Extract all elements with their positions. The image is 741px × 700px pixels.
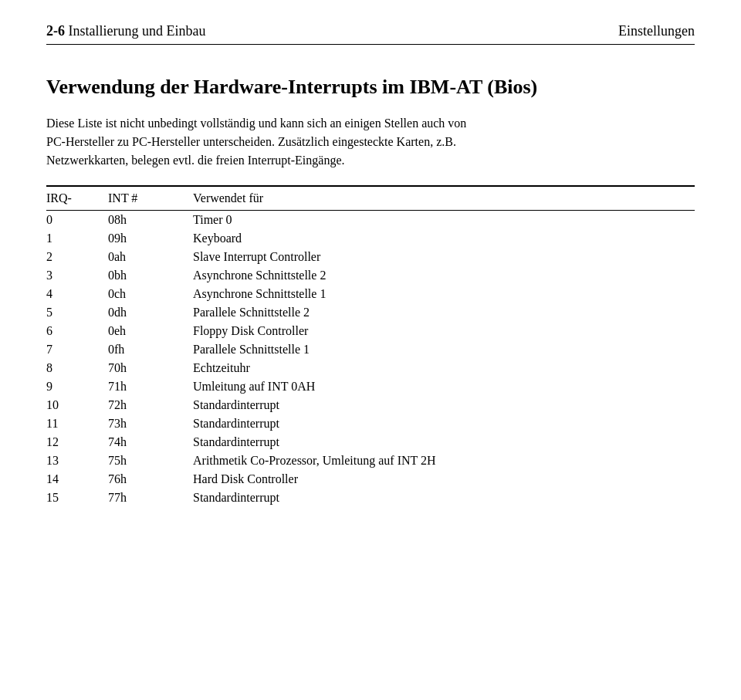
page-container: 2-6 Installierung und Einbau Einstellung… [0, 0, 741, 700]
cell-irq: 12 [46, 433, 108, 451]
cell-int: 70h [108, 359, 193, 377]
cell-used-for: Asynchrone Schnittstelle 2 [193, 266, 695, 285]
cell-int: 0fh [108, 340, 193, 359]
irq-table-section: IRQ- INT # Verwendet für 008hTimer 0109h… [46, 185, 695, 507]
cell-int: 76h [108, 470, 193, 489]
cell-int: 0dh [108, 303, 193, 322]
page-title: Verwendung der Hardware-Interrupts im IB… [46, 76, 695, 99]
cell-irq: 9 [46, 377, 108, 396]
table-row: 008hTimer 0 [46, 211, 695, 230]
cell-int: 74h [108, 433, 193, 451]
cell-used-for: Umleitung auf INT 0AH [193, 377, 695, 396]
cell-used-for: Timer 0 [193, 211, 695, 230]
cell-irq: 6 [46, 322, 108, 340]
cell-irq: 3 [46, 266, 108, 285]
cell-used-for: Parallele Schnittstelle 2 [193, 303, 695, 322]
col-header-int: INT # [108, 186, 193, 211]
table-row: 60ehFloppy Disk Controller [46, 322, 695, 340]
cell-used-for: Arithmetik Co-Prozessor, Umleitung auf I… [193, 451, 695, 470]
col-header-used: Verwendet für [193, 186, 695, 211]
cell-used-for: Hard Disk Controller [193, 470, 695, 489]
cell-used-for: Standardinterrupt [193, 396, 695, 414]
header-subtitle-text: Installierung und Einbau [69, 23, 206, 39]
col-header-irq: IRQ- [46, 186, 108, 211]
cell-irq: 5 [46, 303, 108, 322]
intro-paragraph: Diese Liste ist nicht unbedingt vollstän… [46, 114, 695, 170]
cell-irq: 8 [46, 359, 108, 377]
table-row: 1375hArithmetik Co-Prozessor, Umleitung … [46, 451, 695, 470]
cell-irq: 13 [46, 451, 108, 470]
table-row: 971hUmleitung auf INT 0AH [46, 377, 695, 396]
table-row: 870hEchtzeituhr [46, 359, 695, 377]
cell-int: 08h [108, 211, 193, 230]
table-row: 40chAsynchrone Schnittstelle 1 [46, 285, 695, 303]
table-row: 20ahSlave Interrupt Controller [46, 248, 695, 266]
cell-int: 71h [108, 377, 193, 396]
chapter-number: 2-6 [46, 23, 65, 39]
cell-int: 75h [108, 451, 193, 470]
table-header-row: IRQ- INT # Verwendet für [46, 186, 695, 211]
intro-line3: Netzwerkkarten, belegen evtl. die freien… [46, 154, 344, 167]
cell-irq: 4 [46, 285, 108, 303]
cell-used-for: Standardinterrupt [193, 489, 695, 507]
cell-int: 09h [108, 229, 193, 248]
cell-used-for: Echtzeituhr [193, 359, 695, 377]
cell-int: 73h [108, 414, 193, 433]
cell-irq: 0 [46, 211, 108, 230]
cell-int: 0bh [108, 266, 193, 285]
table-row: 109hKeyboard [46, 229, 695, 248]
cell-irq: 15 [46, 489, 108, 507]
table-row: 1274hStandardinterrupt [46, 433, 695, 451]
cell-int: 0eh [108, 322, 193, 340]
cell-int: 72h [108, 396, 193, 414]
table-row: 1173hStandardinterrupt [46, 414, 695, 433]
cell-irq: 2 [46, 248, 108, 266]
cell-int: 0ch [108, 285, 193, 303]
cell-used-for: Floppy Disk Controller [193, 322, 695, 340]
cell-used-for: Asynchrone Schnittstelle 1 [193, 285, 695, 303]
cell-used-for: Keyboard [193, 229, 695, 248]
cell-used-for: Standardinterrupt [193, 433, 695, 451]
cell-used-for: Slave Interrupt Controller [193, 248, 695, 266]
cell-irq: 10 [46, 396, 108, 414]
cell-int: 0ah [108, 248, 193, 266]
cell-used-for: Parallele Schnittstelle 1 [193, 340, 695, 359]
header-left: 2-6 Installierung und Einbau [46, 23, 205, 39]
table-row: 50dhParallele Schnittstelle 2 [46, 303, 695, 322]
table-row: 1577hStandardinterrupt [46, 489, 695, 507]
cell-irq: 7 [46, 340, 108, 359]
table-row: 1072hStandardinterrupt [46, 396, 695, 414]
table-row: 30bhAsynchrone Schnittstelle 2 [46, 266, 695, 285]
intro-line2: PC-Hersteller zu PC-Hersteller untersche… [46, 135, 456, 148]
cell-irq: 1 [46, 229, 108, 248]
cell-used-for: Standardinterrupt [193, 414, 695, 433]
cell-int: 77h [108, 489, 193, 507]
page-header: 2-6 Installierung und Einbau Einstellung… [46, 23, 695, 45]
intro-line1: Diese Liste ist nicht unbedingt vollstän… [46, 117, 466, 130]
cell-irq: 11 [46, 414, 108, 433]
header-section: Einstellungen [618, 23, 695, 39]
table-row: 70fhParallele Schnittstelle 1 [46, 340, 695, 359]
cell-irq: 14 [46, 470, 108, 489]
table-row: 1476hHard Disk Controller [46, 470, 695, 489]
irq-table: IRQ- INT # Verwendet für 008hTimer 0109h… [46, 185, 695, 507]
header-right: Einstellungen [618, 23, 695, 39]
